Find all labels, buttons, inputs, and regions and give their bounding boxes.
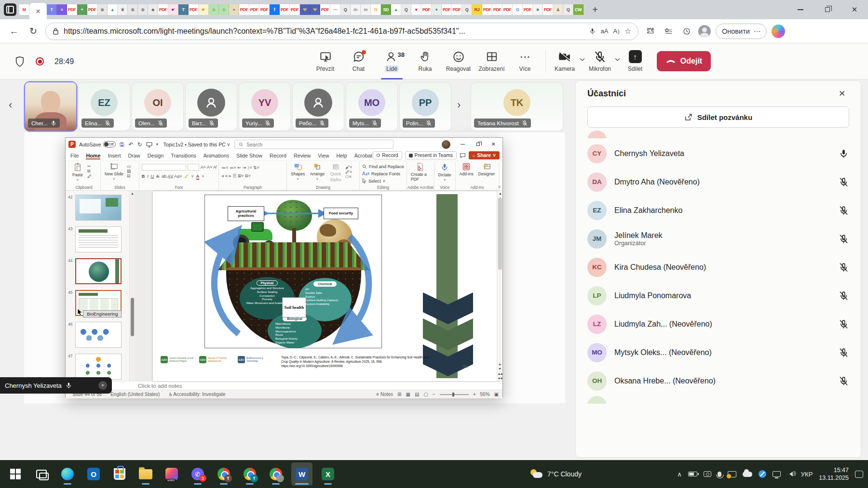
participant-row[interactable]: LZ Liudmyla Zah... (Neověřeno) <box>576 310 861 338</box>
shapes-button[interactable]: Shapes˅ <box>289 162 306 181</box>
fill-outline-effects-icons[interactable]: 🖌˅🖉˅⬭˅ <box>345 162 357 180</box>
browser-tab[interactable]: Q <box>401 4 411 15</box>
ribbon-tab[interactable]: Animations <box>203 153 229 158</box>
participant-tile[interactable]: TK Tetiana Khvorost <box>471 82 563 131</box>
ribbon-tab[interactable]: Insert <box>108 153 121 158</box>
browser-tab[interactable]: ⊕ <box>97 4 108 15</box>
slide-thumbnail[interactable]: 46 <box>66 321 129 352</box>
cut-copy-painter-icons[interactable]: ✂⧉🖉 <box>87 162 98 179</box>
participant-mic-icon[interactable] <box>839 234 848 244</box>
translate-icon[interactable]: aA <box>600 27 608 35</box>
browser-tab[interactable]: T <box>47 4 57 15</box>
clock[interactable]: 15:47 13.11.2025 <box>819 466 849 482</box>
voice-search-icon[interactable] <box>589 27 596 35</box>
browser-tab[interactable]: RJ <box>472 4 482 15</box>
participant-tile[interactable]: YV Yuriy... <box>239 82 290 131</box>
participant-tile[interactable]: PP Polin... <box>400 82 451 131</box>
create-pdf-button[interactable]: Create a PDF <box>409 162 432 182</box>
autosave-toggle[interactable]: AutoSave Off <box>79 141 116 147</box>
self-view-label[interactable]: Chernysh Yelizaveta + <box>0 377 112 394</box>
browser-tab[interactable]: Q <box>563 4 573 15</box>
browser-tab[interactable]: PDF <box>87 4 97 15</box>
ppt-share-button[interactable]: ⌂Share ˅ <box>469 151 500 159</box>
participant-tile[interactable]: Рябо... <box>293 82 344 131</box>
browser-tab[interactable]: ≡ <box>57 4 67 15</box>
browser-tab[interactable]: PDF <box>259 4 270 15</box>
shield-icon[interactable] <box>14 56 25 67</box>
browser-tab[interactable]: PDF <box>290 4 300 15</box>
browser-tab[interactable]: m <box>361 4 371 15</box>
browser-tab[interactable]: f <box>270 4 280 15</box>
takeover-button[interactable]: Převzít <box>309 45 342 77</box>
read-aloud-icon[interactable]: A) <box>613 27 619 35</box>
browser-tab[interactable]: PDF <box>442 4 452 15</box>
participant-row[interactable]: OH Oksana Hrebe... (Neověřeno) <box>576 367 861 395</box>
browser-tab[interactable]: ⊕ <box>128 4 138 15</box>
browser-tab[interactable]: PDF <box>452 4 462 15</box>
ppt-search-input[interactable]: Search <box>234 140 393 149</box>
browser-tab[interactable]: PDF <box>249 4 259 15</box>
normal-view-icon[interactable]: ⊞ <box>397 392 401 397</box>
selfview-expand-icon[interactable]: + <box>98 381 107 390</box>
raise-hand-button[interactable]: Ruka <box>408 45 442 77</box>
grow-shrink-font-icons[interactable]: A˄ A˅ A̸ <box>201 165 217 170</box>
zoom-slider[interactable] <box>440 394 469 395</box>
select-button[interactable]: Select ˅ <box>362 178 404 184</box>
share-invite-button[interactable]: Sdílet pozvánku <box>587 106 849 128</box>
share-screen-button[interactable]: ↑ Sdílet <box>620 45 650 77</box>
close-panel-icon[interactable]: ✕ <box>835 89 849 99</box>
participant-row[interactable]: KC Kira Chudesa (Neověřeno) <box>576 253 861 281</box>
minimize-button[interactable] <box>787 0 814 19</box>
record-button[interactable]: Record <box>373 151 402 159</box>
new-slide-button[interactable]: New Slide˅ <box>103 162 125 181</box>
browser-tab[interactable]: ☛ <box>199 4 209 15</box>
browser-tab[interactable]: ⋯ <box>330 4 340 15</box>
back-icon[interactable]: ← <box>7 24 21 39</box>
onedrive-icon[interactable] <box>743 472 752 477</box>
browser-tab[interactable]: G <box>513 4 523 15</box>
browser-tab[interactable]: T <box>178 4 189 15</box>
zoom-out-icon[interactable]: − <box>433 392 435 397</box>
browser-tab[interactable]: SD <box>381 4 391 15</box>
browser-tab[interactable]: ▲ <box>108 4 118 15</box>
refresh-icon[interactable]: ↻ <box>26 24 41 39</box>
taskbar-m365-icon[interactable]: M365 <box>161 462 182 486</box>
ppt-close-button[interactable]: ✕ <box>486 139 501 150</box>
browser-tab[interactable]: PDF <box>158 4 168 15</box>
more-button[interactable]: ⋯ Více <box>508 45 542 77</box>
participant-mic-icon[interactable] <box>839 177 848 187</box>
browser-tab[interactable]: ♛ <box>118 4 128 15</box>
keyboard-language[interactable]: УКР <box>801 471 813 478</box>
browser-tab[interactable]: CW <box>573 4 583 15</box>
thumbnail-scrollbar[interactable]: ▲ <box>129 191 135 381</box>
slide-canvas[interactable]: Agricultural practices Food security Phy… <box>153 191 500 381</box>
tray-expand-icon[interactable]: ∧ <box>677 471 682 478</box>
participant-tile[interactable]: Cher... <box>25 82 76 131</box>
reading-view-icon[interactable]: ▤ <box>415 392 419 397</box>
browser-tab[interactable]: PDF <box>543 4 553 15</box>
notes-area[interactable]: Click to add notes <box>66 381 502 390</box>
browser-tab[interactable]: ∗ <box>533 4 543 15</box>
address-input[interactable]: https://teams.microsoft.com/light-meetin… <box>45 23 638 40</box>
task-view-button[interactable] <box>31 462 52 486</box>
undo-icon[interactable]: ↶ <box>129 141 134 148</box>
browser-tab[interactable]: PDF <box>502 4 513 15</box>
taskbar-outlook-icon[interactable]: O <box>83 462 104 486</box>
edge-status-icon[interactable] <box>759 470 766 478</box>
camera-button[interactable]: Kamera <box>550 45 580 77</box>
participant-row[interactable]: JM Jelínek Marek Organizátor <box>576 224 861 253</box>
present-in-teams-button[interactable]: Present in Teams <box>405 151 457 159</box>
browser-tab[interactable]: PDF <box>280 4 290 15</box>
ppt-restore-button[interactable] <box>471 139 485 150</box>
participant-mic-icon[interactable] <box>839 376 848 386</box>
more-options-icon[interactable]: ⋯ <box>754 27 761 35</box>
participant-tile[interactable]: MO Myts... <box>346 82 397 131</box>
notification-center-icon[interactable] <box>855 471 863 478</box>
collapse-ribbon-icon[interactable]: ˅ <box>498 185 501 189</box>
redo-icon[interactable]: ↻ <box>137 141 142 148</box>
browser-tab[interactable]: PDF <box>492 4 502 15</box>
participant-mic-icon[interactable] <box>839 206 848 215</box>
ribbon-tab[interactable]: Home <box>86 153 100 158</box>
browser-tab[interactable]: PDF <box>67 4 77 15</box>
restore-button[interactable] <box>814 0 841 19</box>
